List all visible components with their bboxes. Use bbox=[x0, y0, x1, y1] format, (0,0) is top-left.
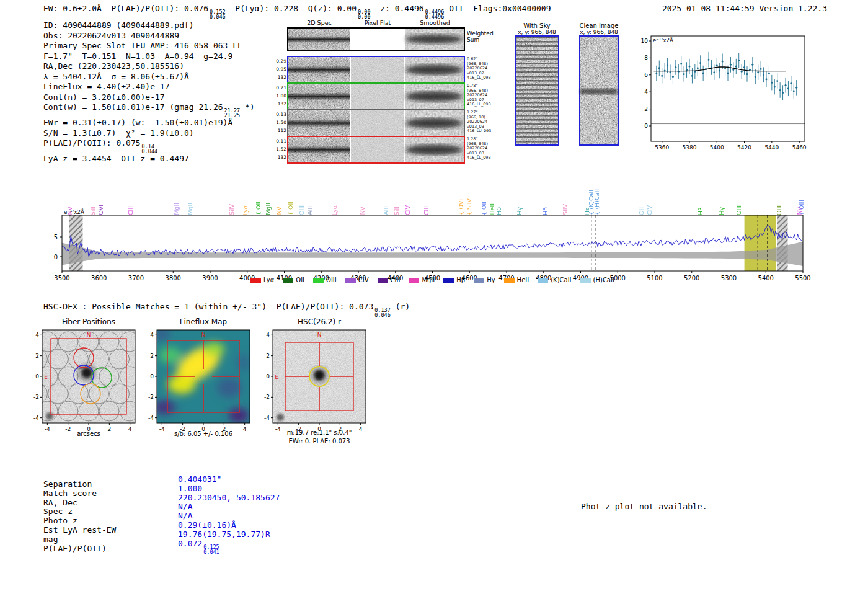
svg-text:2: 2 bbox=[266, 353, 270, 359]
hsc-cutout-title: HSC(26.2) r bbox=[273, 318, 366, 326]
match-table-labels: SeparationMatch scoreRA, DecSpec zPhoto … bbox=[43, 480, 116, 553]
hsc-caption-2: EWr: 0. PLAE: 0.073 bbox=[268, 438, 371, 445]
legend-label: Hγ bbox=[487, 277, 495, 283]
legend-swatch bbox=[474, 278, 484, 283]
hsc-match-line: HSC-DEX : Possible Matches = 1 (within +… bbox=[43, 302, 410, 318]
match-table-value: 19.76(19.75,19.77)R bbox=[178, 530, 280, 540]
legend-item: OII bbox=[283, 277, 304, 283]
withsky-image bbox=[516, 37, 558, 144]
info-line: F=1.7" T=0.151 N=1.03 A=0.94 g=24.9 bbox=[43, 51, 255, 62]
match-table-label: Est LyA rest-EW bbox=[43, 526, 116, 535]
legend-label: CIV bbox=[358, 277, 369, 283]
legend-label: Lyα bbox=[264, 277, 274, 283]
legend-label: Hβ bbox=[456, 277, 465, 283]
svg-text:4: 4 bbox=[35, 332, 39, 338]
match-table-value: 220.230450, 50.185627 bbox=[178, 494, 280, 503]
match-table-label: RA, Dec bbox=[43, 499, 116, 508]
legend-item: CIII bbox=[378, 277, 401, 283]
info-line: Cont(n) = 3.20(±0.00)e-17 bbox=[43, 92, 255, 103]
east-label: E bbox=[44, 374, 48, 380]
col-title-pixelflat: Pixel Flat bbox=[349, 19, 406, 26]
svg-text:5460: 5460 bbox=[792, 144, 807, 151]
match-table-label: Separation bbox=[43, 480, 116, 489]
cleanimage-panel bbox=[579, 35, 619, 146]
svg-text:4: 4 bbox=[150, 332, 154, 338]
lineflux-image bbox=[153, 328, 251, 423]
legend-item: OIII bbox=[313, 277, 337, 283]
info-line: Cont(w) = 1.50(±0.01)e-17 (gmag 21.2621.… bbox=[43, 102, 255, 118]
legend-item: Hγ bbox=[474, 277, 495, 283]
weighted-sum-label-line1: Weighted bbox=[467, 30, 494, 37]
stacked-uncertainty: 21.2721.25 bbox=[224, 108, 241, 118]
match-table-value: 0.404031" bbox=[178, 475, 280, 484]
col-title-smoothed: Smoothed bbox=[405, 19, 465, 26]
match-table-value: 1.000 bbox=[178, 484, 280, 494]
fiber-weight-values: 0.111.52132 bbox=[272, 137, 286, 161]
fiber-weight-values: 0.211.00132 bbox=[272, 84, 286, 108]
svg-text:4: 4 bbox=[644, 89, 648, 95]
info-line: ID: 4090444889 (4090444889.pdf) bbox=[43, 20, 255, 31]
spec2d-row-panels bbox=[287, 109, 465, 137]
legend-item: Hβ bbox=[443, 277, 465, 283]
svg-text:2: 2 bbox=[35, 353, 39, 359]
legend-swatch bbox=[378, 278, 388, 283]
svg-text:2: 2 bbox=[644, 106, 648, 112]
legend-label: HeII bbox=[517, 277, 529, 283]
lineflux-map-plot: N -4-4-2-2002244 bbox=[140, 326, 260, 447]
row-annotation: 0.78"(966, 848)20220624v013_07416_LL_093 bbox=[467, 84, 510, 107]
info-line: Primary Spec_Slot_IFU_AMP: 416_058_063_L… bbox=[43, 41, 255, 51]
match-table-label: Spec z bbox=[43, 507, 116, 517]
svg-text:0: 0 bbox=[266, 373, 270, 380]
spec2d-row-panels bbox=[287, 82, 465, 110]
svg-text:-4: -4 bbox=[264, 415, 270, 421]
legend-swatch bbox=[538, 278, 548, 283]
svg-text:0: 0 bbox=[54, 254, 58, 260]
stacked-uncertainty: 0.140.044 bbox=[142, 144, 158, 154]
fiber-positions-title: Fiber Positions bbox=[42, 318, 135, 326]
weighted-2dspec-image bbox=[288, 29, 350, 50]
legend-swatch bbox=[313, 278, 324, 283]
fiber-positions-plot: N E -4-4-2-2002244 bbox=[25, 326, 146, 447]
spec2d-weighted-row bbox=[287, 27, 465, 51]
legend-swatch bbox=[580, 278, 591, 283]
cleanimage-coords: x, y: 966, 848 bbox=[569, 29, 629, 35]
photz-note: Phot z plot not available. bbox=[581, 502, 707, 511]
row-annotation: 1.28"(966, 848)20220624v013_03416_LL_093 bbox=[467, 137, 510, 161]
lineflux-caption: s/b: 6.05 +/- 0.106 bbox=[152, 430, 255, 437]
legend-swatch bbox=[283, 278, 293, 283]
legend-item: MgII bbox=[409, 277, 435, 283]
svg-text:-2: -2 bbox=[264, 394, 270, 400]
info-line: LyA z = 3.4454 OII z = 0.4497 bbox=[43, 154, 255, 164]
match-table-label: Match score bbox=[43, 489, 116, 499]
legend-label: CIII bbox=[391, 277, 401, 283]
svg-text:e⁻¹⁷x2Å: e⁻¹⁷x2Å bbox=[653, 37, 673, 43]
stacked-uncertainty: 0.1250.041 bbox=[203, 544, 219, 554]
svg-text:4: 4 bbox=[266, 332, 270, 338]
north-label: N bbox=[317, 332, 322, 338]
match-table-label: Photo z bbox=[43, 517, 116, 526]
info-line: Obs: 20220624v013_4090444889 bbox=[43, 31, 255, 42]
hsc-caption-1: m:19.7 re:1.1" s:0.4" bbox=[268, 429, 371, 436]
match-table-value: 0.29(±0.16)Å bbox=[178, 521, 280, 530]
weighted-sum-label: Weighted Sum bbox=[467, 30, 494, 43]
info-line: λ = 5404.12Å σ = 8.06(±5.67)Å bbox=[43, 72, 255, 82]
info-line: P(LAE)/P(OII): 0.0750.140.044 bbox=[43, 138, 255, 154]
north-label: N bbox=[87, 332, 91, 338]
svg-text:e⁻¹⁷x2Å: e⁻¹⁷x2Å bbox=[64, 208, 84, 215]
spectrum-legend: LyαOIIOIIICIVCIIIMgIIHβHγHeII(K)CaII(H)C… bbox=[62, 277, 803, 283]
svg-text:5420: 5420 bbox=[737, 144, 751, 151]
withsky-panel bbox=[515, 35, 559, 146]
info-line: EWr = 0.31(±0.17) (w: -1.50(±0.01)e19)Å bbox=[43, 118, 255, 128]
cleanimage-title: Clean Image bbox=[575, 22, 622, 29]
withsky-coords: x, y: 966, 848 bbox=[507, 29, 567, 35]
legend-swatch bbox=[504, 278, 515, 283]
header-summary-line: EW: 0.6±2.0Å P(LAE)/P(OII): 0.0760.1520.… bbox=[43, 4, 551, 19]
svg-text:5400: 5400 bbox=[710, 144, 724, 151]
svg-text:10: 10 bbox=[641, 38, 649, 44]
legend-label: (K)CaII bbox=[551, 277, 571, 283]
info-line: RA,Dec (220.230423,50.185516) bbox=[43, 61, 255, 72]
north-label: N bbox=[202, 332, 206, 338]
east-label: E bbox=[275, 374, 278, 380]
weighted-sum-label-line2: Sum bbox=[467, 37, 494, 43]
fiber-xaxis-label: arcsecs bbox=[42, 430, 135, 437]
